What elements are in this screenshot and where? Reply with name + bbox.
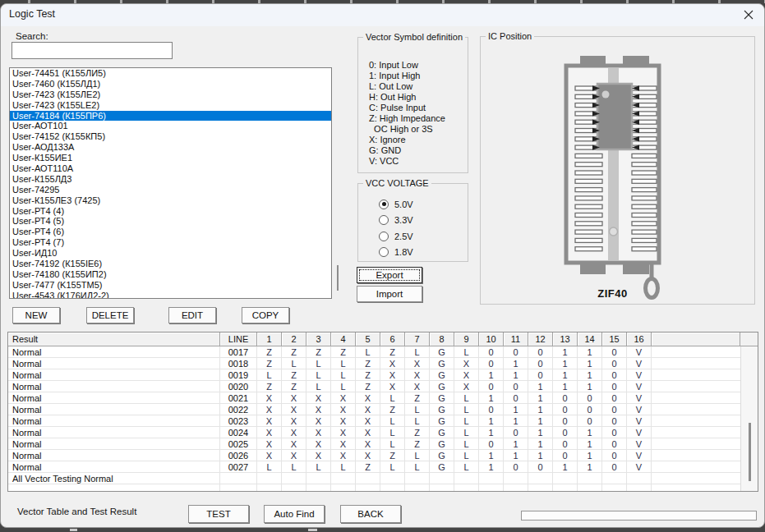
vector-cell[interactable]: 1 (528, 404, 553, 415)
vector-cell[interactable]: Z (257, 346, 282, 358)
vector-cell[interactable]: G (430, 392, 454, 404)
vector-cell[interactable]: X (356, 438, 380, 450)
vector-cell[interactable]: 1 (528, 415, 553, 427)
table-row[interactable]: Normal0018ZLLLZXXGX010110V (8, 358, 758, 369)
list-item[interactable]: User-74451 (К155ЛИ5) (10, 68, 331, 79)
vector-cell[interactable]: Z (356, 369, 380, 381)
vector-cell[interactable] (306, 484, 331, 492)
vector-cell[interactable]: 0 (578, 415, 602, 427)
vector-cell[interactable] (454, 484, 479, 492)
vcc-radio-option[interactable]: 2.5V (379, 228, 413, 245)
vector-cell[interactable] (578, 484, 602, 492)
vector-cell[interactable]: X (356, 404, 380, 415)
device-list[interactable]: User-74451 (К155ЛИ5)User-7460 (К155ЛД1)U… (9, 67, 332, 299)
vector-cell[interactable]: L (356, 346, 380, 358)
vector-cell[interactable]: L (306, 381, 331, 392)
vector-cell[interactable]: Z (331, 346, 356, 358)
vector-cell[interactable] (430, 473, 454, 484)
vector-cell[interactable]: L (380, 461, 405, 473)
list-item[interactable]: User-АОТ101 (10, 121, 331, 131)
vector-cell[interactable]: V (627, 358, 652, 369)
vector-cell[interactable]: Z (282, 369, 306, 381)
list-item[interactable]: User-7423 (К155LE2) (10, 100, 331, 111)
list-item[interactable]: User-74152 (К155КП5) (10, 131, 331, 142)
vector-cell[interactable]: 1 (553, 369, 578, 381)
vector-cell[interactable]: 0 (479, 381, 504, 392)
vector-cell[interactable]: L (306, 358, 331, 369)
vector-cell[interactable]: X (306, 404, 331, 415)
test-button[interactable]: TEST (188, 505, 249, 523)
vector-cell[interactable]: X (257, 415, 282, 427)
vector-cell[interactable]: 1 (504, 404, 528, 415)
vector-cell[interactable] (282, 473, 306, 484)
vector-cell[interactable]: X (306, 392, 331, 404)
vector-cell[interactable] (430, 484, 454, 492)
vector-cell[interactable] (356, 484, 380, 492)
vector-cell[interactable]: 1 (528, 427, 553, 438)
vector-cell[interactable]: X (306, 438, 331, 450)
list-item[interactable]: User-РТ4 (4) (10, 206, 331, 217)
vcc-radio-option[interactable]: 1.8V (379, 245, 413, 261)
vector-cell[interactable]: X (257, 404, 282, 415)
vector-cell[interactable]: X (331, 415, 356, 427)
list-item[interactable]: User-РТ4 (5) (10, 216, 331, 227)
table-row[interactable]: All Vector Testing Normal (8, 473, 758, 484)
vector-cell[interactable]: X (380, 358, 405, 369)
vector-cell[interactable]: 1 (578, 461, 602, 473)
vector-cell[interactable]: G (430, 461, 454, 473)
vector-cell[interactable]: Z (380, 450, 405, 461)
table-row[interactable]: Normal0022XXXXXZLGL011000V (8, 404, 758, 415)
vector-cell[interactable]: L (405, 415, 430, 427)
vector-cell[interactable]: 1 (553, 381, 578, 392)
vector-cell[interactable]: L (306, 461, 331, 473)
vector-cell[interactable]: V (627, 404, 652, 415)
vector-cell[interactable]: 1 (479, 427, 504, 438)
table-row[interactable]: Normal0026XXXXXZLGL111010V (8, 450, 758, 461)
import-button[interactable]: Import (357, 286, 422, 302)
vector-cell[interactable]: 0 (602, 438, 627, 450)
vector-cell[interactable]: 1 (504, 369, 528, 381)
vector-cell[interactable]: 0 (553, 392, 578, 404)
vector-cell[interactable]: 0 (528, 346, 553, 358)
vector-cell[interactable]: L (282, 461, 306, 473)
vector-cell[interactable]: L (331, 461, 356, 473)
vector-cell[interactable]: 0 (578, 404, 602, 415)
vector-cell[interactable]: 1 (504, 438, 528, 450)
vector-cell[interactable]: 1 (578, 450, 602, 461)
vector-cell[interactable]: L (454, 427, 479, 438)
vector-cell[interactable]: L (405, 461, 430, 473)
vector-cell[interactable]: Z (380, 346, 405, 358)
vector-cell[interactable]: X (380, 369, 405, 381)
vector-cell[interactable]: 0 (553, 427, 578, 438)
vector-cell[interactable]: 1 (553, 346, 578, 358)
vector-cell[interactable]: 1 (528, 438, 553, 450)
vector-cell[interactable]: 1 (578, 346, 602, 358)
vector-cell[interactable]: 0 (479, 404, 504, 415)
vector-cell[interactable]: 0 (602, 381, 627, 392)
vector-cell[interactable]: X (257, 392, 282, 404)
vector-cell[interactable]: L (306, 369, 331, 381)
vector-cell[interactable]: Z (356, 381, 380, 392)
vector-cell[interactable]: X (331, 427, 356, 438)
list-item[interactable]: User-К155ИЕ1 (10, 153, 331, 163)
vector-cell[interactable]: Z (380, 404, 405, 415)
vector-cell[interactable]: G (430, 438, 454, 450)
table-row[interactable] (8, 484, 758, 492)
vector-cell[interactable] (504, 473, 528, 484)
vector-cell[interactable]: 0 (553, 415, 578, 427)
vector-cell[interactable]: L (380, 415, 405, 427)
vector-cell[interactable]: G (430, 346, 454, 358)
vector-cell[interactable]: 0 (553, 404, 578, 415)
vector-cell[interactable]: 0 (528, 369, 553, 381)
vector-cell[interactable]: L (380, 438, 405, 450)
vector-cell[interactable]: V (627, 450, 652, 461)
vector-cell[interactable]: 1 (578, 381, 602, 392)
list-item[interactable]: User-АОД133А (10, 142, 331, 153)
vector-cell[interactable]: L (454, 346, 479, 358)
vector-cell[interactable]: L (405, 404, 430, 415)
vector-cell[interactable]: V (627, 381, 652, 392)
vector-cell[interactable]: G (430, 381, 454, 392)
vector-cell[interactable]: 0 (602, 404, 627, 415)
list-item[interactable]: User-7460 (К155ЛД1) (10, 79, 331, 89)
list-item[interactable]: User-4543 (К176ИД2-2) (10, 291, 331, 299)
